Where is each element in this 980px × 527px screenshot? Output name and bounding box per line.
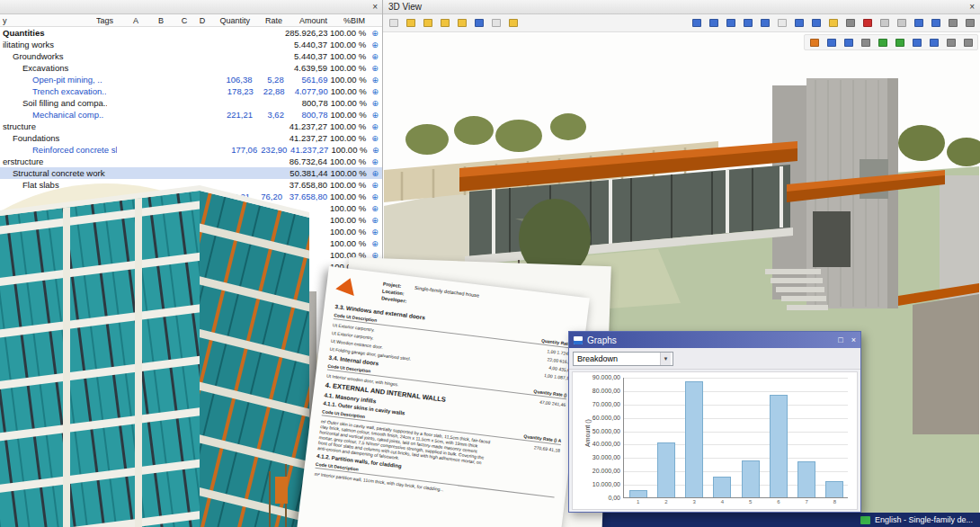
machinery-icon[interactable] — [505, 16, 521, 31]
zoom-search-icon[interactable] — [689, 16, 704, 31]
bim-link-icon[interactable]: ⊕ — [369, 87, 382, 96]
visibility-icon[interactable] — [841, 35, 856, 49]
bim-link-icon[interactable]: ⊕ — [368, 76, 382, 85]
bim-link-icon[interactable]: ⊕ — [368, 157, 382, 166]
paintbrush-icon[interactable] — [437, 16, 452, 31]
breakdown-select[interactable]: Breakdown ▼ — [573, 352, 673, 366]
filter-icon[interactable] — [824, 35, 839, 49]
north-icon[interactable] — [860, 16, 875, 31]
table-row[interactable]: erstructure86.732,64100.00 %⊕ — [0, 156, 382, 167]
avatar-icon[interactable] — [806, 35, 822, 49]
graphs-window: Graphs □ × Breakdown ▼ Amount () 90.000,… — [568, 331, 861, 513]
3d-view-titlebar[interactable]: 3D View × — [383, 0, 980, 14]
bar[interactable] — [742, 460, 760, 497]
zoom-window-icon[interactable] — [706, 16, 721, 31]
x-tick-label: 5 — [736, 499, 764, 505]
table-row[interactable]: Excavations4.639,59100.00 %⊕ — [0, 62, 382, 74]
previous-view-icon[interactable] — [808, 16, 824, 31]
bar[interactable] — [797, 461, 815, 497]
bar[interactable] — [770, 395, 788, 497]
table-row[interactable]: Foundations41.237,27100.00 %⊕ — [0, 132, 382, 144]
table-row[interactable]: Mechanical comp...221,213,62800,78100.00… — [0, 109, 382, 121]
column-header-name[interactable]: y — [0, 16, 96, 25]
table-row[interactable]: Soil filling and compa...800,78100.00 %⊕ — [0, 97, 382, 109]
column-header-a[interactable]: A — [123, 16, 148, 25]
report-icon[interactable] — [488, 16, 503, 31]
close-icon[interactable]: × — [851, 335, 856, 344]
measure-icon[interactable] — [825, 16, 841, 31]
save-icon[interactable] — [471, 16, 486, 31]
bar[interactable] — [713, 477, 731, 497]
solid-view-icon[interactable] — [877, 16, 892, 31]
pan-icon[interactable] — [774, 16, 789, 31]
work-plane-icon[interactable] — [945, 16, 960, 31]
column-header-d[interactable]: D — [195, 16, 209, 25]
table-row[interactable]: Open-pit mining, ...106,385,28561,69100.… — [0, 74, 382, 85]
bar[interactable] — [657, 442, 675, 497]
table-row[interactable]: ilitating works5.440,37100.00 %⊕ — [0, 39, 382, 50]
bim-link-icon[interactable]: ⊕ — [368, 29, 382, 38]
settings-icon[interactable] — [960, 35, 976, 49]
bim-link-icon[interactable]: ⊕ — [368, 216, 382, 225]
shaded-icon[interactable] — [911, 16, 926, 31]
bar[interactable] — [629, 490, 647, 497]
eraser-icon[interactable] — [403, 16, 418, 31]
column-header-quantity[interactable]: Quantity — [209, 16, 253, 25]
bim-link-icon[interactable]: ⊕ — [368, 52, 382, 61]
table-row[interactable]: Quantities285.926,23100.00 %⊕ — [0, 27, 382, 39]
maximize-icon[interactable]: □ — [838, 335, 842, 344]
bim-link-icon[interactable]: ⊕ — [368, 40, 382, 49]
y-tick-label: 50.000,00 — [592, 428, 620, 434]
close-icon[interactable]: × — [372, 3, 378, 12]
layers-icon[interactable] — [943, 35, 958, 49]
taskbar-status[interactable]: English - Single-family de... — [875, 515, 973, 524]
appearance-icon[interactable] — [875, 35, 890, 49]
graphs-title: Graphs — [587, 335, 617, 345]
bim-link-icon[interactable]: ⊕ — [368, 122, 382, 131]
bim-link-icon[interactable]: ⊕ — [368, 192, 382, 201]
orbit-constrained-icon[interactable] — [757, 16, 772, 31]
zoom-extents-icon[interactable] — [723, 16, 738, 31]
table-row[interactable]: Trench excavation...178,2322,884.077,901… — [0, 85, 382, 97]
bim-link-icon[interactable]: ⊕ — [368, 228, 382, 237]
x-tick-label: 3 — [681, 499, 708, 505]
bim-link-icon[interactable]: ⊕ — [369, 99, 382, 108]
orbit-icon[interactable] — [740, 16, 755, 31]
table-row[interactable]: Groundworks5.440,37100.00 %⊕ — [0, 50, 382, 62]
bim-link-icon[interactable]: ⊕ — [368, 204, 382, 213]
eraser-plus-icon[interactable] — [420, 16, 435, 31]
background-icon[interactable] — [892, 35, 907, 49]
close-icon[interactable]: × — [969, 3, 975, 12]
bar[interactable] — [685, 381, 703, 497]
bim-link-icon[interactable]: ⊕ — [369, 146, 382, 155]
screenshot-icon[interactable] — [962, 16, 977, 31]
section-box-icon[interactable] — [928, 16, 943, 31]
table-row[interactable]: Reinforced concrete sl...177,06232,9041.… — [0, 144, 382, 156]
column-header-amount[interactable]: Amount — [285, 16, 330, 25]
isolate-icon[interactable] — [858, 35, 873, 49]
column-header-tags[interactable]: Tags — [96, 16, 123, 25]
graphs-titlebar[interactable]: Graphs □ × — [569, 332, 860, 348]
table-row[interactable]: structure41.237,27100.00 %⊕ — [0, 121, 382, 132]
column-header-b[interactable]: B — [148, 16, 174, 25]
bim-link-icon[interactable]: ⊕ — [368, 111, 382, 120]
paint-bucket-icon[interactable] — [454, 16, 469, 31]
bim-link-icon[interactable]: ⊕ — [368, 64, 382, 73]
bim-link-icon[interactable]: ⊕ — [369, 169, 382, 178]
measurements-titlebar[interactable]: × — [0, 0, 382, 14]
snap-icon[interactable] — [842, 16, 858, 31]
company-logo-icon — [335, 274, 360, 296]
column-header-bim[interactable]: %BIM — [330, 16, 368, 25]
bim-link-icon[interactable]: ⊕ — [368, 134, 382, 143]
bim-link-icon[interactable]: ⊕ — [368, 239, 382, 248]
column-header-rate[interactable]: Rate — [253, 16, 285, 25]
bar[interactable] — [825, 481, 843, 497]
bim-link-icon[interactable]: ⊕ — [368, 181, 382, 190]
wireframe-icon[interactable] — [894, 16, 909, 31]
views-icon[interactable] — [909, 35, 924, 49]
show-all-icon[interactable] — [926, 35, 941, 49]
far-building — [940, 175, 979, 301]
walk-icon[interactable] — [791, 16, 806, 31]
column-header-c[interactable]: C — [174, 16, 195, 25]
copy-view-icon[interactable] — [386, 16, 401, 31]
